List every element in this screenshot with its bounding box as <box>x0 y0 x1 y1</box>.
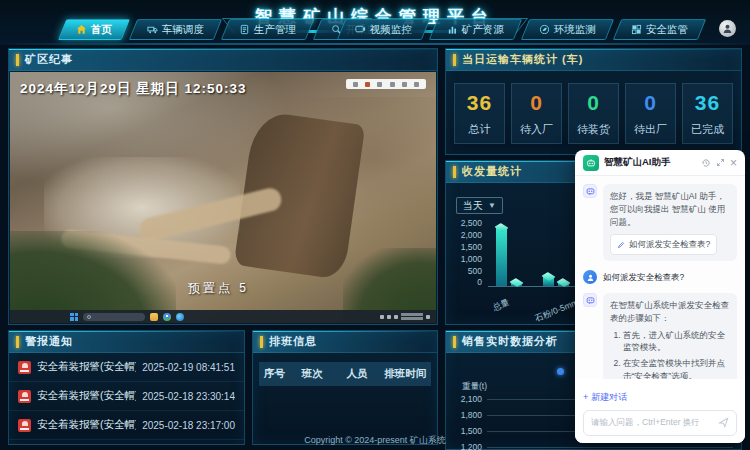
series-legend-dot <box>557 368 564 375</box>
tab-video-monitor[interactable]: 视频监控 <box>337 19 430 40</box>
video-datetime-overlay: 2024年12月29日 星期日 12:50:33 <box>20 80 247 98</box>
panel-shift-info: 排班信息 序号 班次 人员 排班时间 <box>252 330 438 445</box>
volume-chart-yaxis: 2,5002,0001,5001,0005000 <box>448 219 482 287</box>
bot-avatar-icon <box>583 293 597 307</box>
ptz-control-strip <box>346 79 426 89</box>
vehicle-stat-cells: 36 总计 0 待入厂 0 待装货 0 待出厂 36 已完成 <box>454 83 733 144</box>
shift-table-header: 序号 班次 人员 排班时间 <box>259 362 431 386</box>
close-icon[interactable]: × <box>730 156 737 170</box>
header-accent <box>16 54 19 66</box>
tab-vehicle-dispatch[interactable]: 车辆调度 <box>129 19 222 40</box>
windows-start-icon <box>70 313 78 321</box>
panel-title: 矿区纪事 <box>25 52 73 67</box>
bar-chart-icon <box>447 24 458 35</box>
header: 智慧矿山综合管理平台 首页 车辆调度 生产管理 开采监测 <box>0 0 750 45</box>
leaf-globe-icon <box>539 24 550 35</box>
windows-taskbar <box>10 310 436 323</box>
pencil-icon <box>617 241 625 249</box>
dashboard: 智慧矿山综合管理平台 首页 车辆调度 生产管理 开采监测 <box>0 0 750 450</box>
panel-header: 当日运输车辆统计 (车) <box>446 49 741 71</box>
header-accent <box>260 336 263 348</box>
tab-label: 生产管理 <box>254 23 296 37</box>
tab-environment-monitor[interactable]: 环境监测 <box>521 19 614 40</box>
bot-message: 在智慧矿山系统中派发安全检查表的步骤如下： 首先，进入矿山系统的安全监管模块。 … <box>583 293 737 379</box>
live-video-feed: 2024年12月29日 星期日 12:50:33 预置点 5 <box>10 72 436 323</box>
y-tick-label: 1,000 <box>448 255 482 264</box>
grid-icon <box>631 24 642 35</box>
sales-y-label: 重量(t) <box>462 381 487 393</box>
stat-total: 36 总计 <box>454 83 505 144</box>
stat-completed: 36 已完成 <box>682 83 733 144</box>
panel-header: 排班信息 <box>253 331 437 353</box>
history-icon[interactable] <box>701 158 711 168</box>
tab-label: 环境监测 <box>554 23 596 37</box>
browser-icon <box>163 313 171 321</box>
panel-vehicle-stats: 当日运输车辆统计 (车) 36 总计 0 待入厂 0 待装货 0 待出厂 36 … <box>445 48 742 155</box>
stat-waiting-entry: 0 待入厂 <box>511 83 562 144</box>
plus-icon: + <box>583 392 588 402</box>
send-icon[interactable] <box>718 417 729 428</box>
user-avatar-icon <box>583 270 597 284</box>
suggested-question-chip[interactable]: 如何派发安全检查表? <box>610 234 717 255</box>
taskbar-search <box>83 313 145 321</box>
ai-input[interactable]: 请输入问题，Ctrl+Enter 换行 <box>583 410 737 436</box>
y-tick-label: 0 <box>448 278 482 287</box>
new-chat-button[interactable]: + 新建对话 <box>583 391 627 404</box>
volume-bar <box>511 282 522 286</box>
alarm-row[interactable]: 安全着装报警(安全帽) 2025-02-19 08:41:51 <box>9 353 244 382</box>
input-placeholder: 请输入问题，Ctrl+Enter 换行 <box>591 417 713 429</box>
x-tick-label: 石粉/0-5mm <box>533 297 580 325</box>
y-tick-label: 1,500 <box>448 243 482 252</box>
panel-alarms: 警报通知 安全着装报警(安全帽) 2025-02-19 08:41:51 安全着… <box>8 330 245 445</box>
stat-waiting-load: 0 待装货 <box>568 83 619 144</box>
ai-footer: + 新建对话 请输入问题，Ctrl+Enter 换行 <box>575 379 745 443</box>
ai-header: 智慧矿山AI助手 × <box>575 150 745 176</box>
tab-label: 首页 <box>91 23 112 37</box>
camera-icon <box>355 24 366 35</box>
ai-title: 智慧矿山AI助手 <box>604 156 696 169</box>
volume-bar <box>558 282 569 286</box>
alarm-siren-icon <box>18 419 31 432</box>
ai-chat-area: 您好，我是 智慧矿山AI 助手，您可以向我提出 智慧矿山 使用问题。 如何派发安… <box>575 176 745 379</box>
clipboard-icon <box>239 24 250 35</box>
y-tick-label: 2,000 <box>448 231 482 240</box>
truck-icon <box>147 24 158 35</box>
bot-message: 您好，我是 智慧矿山AI 助手，您可以向我提出 智慧矿山 使用问题。 如何派发安… <box>583 184 737 261</box>
time-range-dropdown[interactable]: 当天 ▼ <box>456 197 503 214</box>
user-avatar[interactable] <box>719 20 736 37</box>
panel-title: 排班信息 <box>269 334 317 349</box>
panel-mine-chronicle: 矿区纪事 2024年12月29日 星期日 12:50:33 预置点 5 <box>8 48 438 325</box>
tab-safety-supervision[interactable]: 安全监管 <box>613 19 706 40</box>
tab-production[interactable]: 生产管理 <box>221 19 314 40</box>
tab-mineral-resource[interactable]: 矿产资源 <box>429 19 522 40</box>
home-icon <box>76 24 87 35</box>
header-accent <box>453 336 456 348</box>
robot-icon <box>583 155 599 171</box>
header-accent <box>453 54 456 66</box>
alarm-siren-icon <box>18 390 31 403</box>
expand-icon[interactable] <box>716 158 725 167</box>
volume-bar <box>543 276 554 286</box>
tab-label: 安全监管 <box>646 23 688 37</box>
volume-bar <box>496 227 507 286</box>
x-tick-label: 总量 <box>491 297 511 314</box>
alarm-siren-icon <box>18 361 31 374</box>
preset-point-label: 预置点 5 <box>188 280 249 297</box>
edge-icon <box>176 313 184 321</box>
panel-title: 警报通知 <box>25 334 73 349</box>
panel-title: 收发量统计 <box>462 164 522 179</box>
chevron-down-icon: ▼ <box>488 201 496 210</box>
panel-header: 警报通知 <box>9 331 244 353</box>
alarm-row[interactable]: 安全着装报警(安全帽) 2025-02-18 23:30:14 <box>9 382 244 411</box>
user-message: 如何派发安全检查表? <box>583 270 737 284</box>
tab-label: 视频监控 <box>370 23 412 37</box>
header-accent <box>16 336 19 348</box>
stat-waiting-exit: 0 待出厂 <box>625 83 676 144</box>
tab-home[interactable]: 首页 <box>58 19 130 40</box>
panel-title: 当日运输车辆统计 (车) <box>462 52 583 67</box>
tab-label: 矿产资源 <box>462 23 504 37</box>
system-tray <box>380 313 430 320</box>
answer-steps: 首先，进入矿山系统的安全监管模块。 在安全监管模块中找到并点击“安全检查”选项。… <box>623 329 730 380</box>
panel-title: 销售实时数据分析 <box>462 334 558 349</box>
ai-assistant-panel: 智慧矿山AI助手 × 您好，我是 智慧矿山AI 助手，您可以向我提出 智慧矿山 … <box>575 150 745 443</box>
